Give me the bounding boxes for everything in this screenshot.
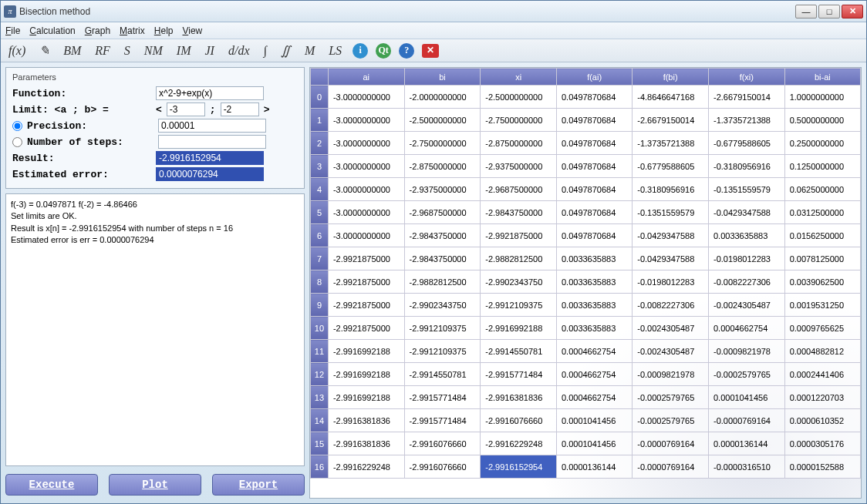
- table-cell[interactable]: 0.0497870684: [556, 178, 632, 201]
- table-cell[interactable]: 0.0039062500: [784, 270, 860, 294]
- col-header-4[interactable]: f(bi): [633, 69, 709, 86]
- table-cell[interactable]: -2.9916076660: [481, 409, 557, 432]
- col-header-0[interactable]: ai: [328, 69, 404, 86]
- table-cell[interactable]: -2.7500000000: [404, 132, 481, 155]
- table-cell[interactable]: 0.0009765625: [784, 317, 860, 340]
- titlebar[interactable]: π Bisection method — □ ✕: [1, 1, 866, 22]
- help-icon[interactable]: ?: [399, 43, 414, 59]
- execute-button[interactable]: Execute: [5, 474, 98, 496]
- table-row[interactable]: 14-2.9916381836-2.9915771484-2.991607666…: [311, 409, 861, 432]
- table-cell[interactable]: -0.3180956916: [633, 178, 709, 201]
- table-cell[interactable]: 0.0000610352: [784, 409, 860, 432]
- table-cell[interactable]: -2.9915771484: [481, 363, 557, 386]
- tool-plot-icon[interactable]: ✎: [36, 42, 52, 59]
- table-cell[interactable]: -1.3735721388: [708, 109, 784, 132]
- menu-help[interactable]: Help: [154, 25, 174, 36]
- steps-input[interactable]: [158, 135, 266, 149]
- table-cell[interactable]: -0.0082227306: [708, 270, 784, 294]
- table-cell[interactable]: 0.0004662754: [556, 340, 632, 363]
- table-cell[interactable]: -2.9916381836: [328, 409, 404, 432]
- table-cell[interactable]: -0.1351559579: [633, 201, 709, 224]
- table-cell[interactable]: -2.9916992188: [481, 317, 557, 340]
- row-header[interactable]: 15: [311, 432, 329, 455]
- table-cell[interactable]: -2.9916381836: [481, 386, 557, 409]
- table-cell[interactable]: 0.0002441406: [784, 363, 860, 386]
- table-cell[interactable]: 0.0497870684: [556, 155, 632, 178]
- table-row[interactable]: 5-3.0000000000-2.9687500000-2.9843750000…: [311, 201, 861, 224]
- table-cell[interactable]: -3.0000000000: [328, 178, 404, 201]
- table-cell[interactable]: 0.0000136144: [708, 432, 784, 455]
- table-cell[interactable]: -2.9843750000: [481, 201, 557, 224]
- table-cell[interactable]: -3.0000000000: [328, 132, 404, 155]
- precision-input[interactable]: [158, 119, 266, 133]
- table-cell[interactable]: 0.0156250000: [784, 224, 860, 247]
- table-cell[interactable]: -0.0024305487: [708, 294, 784, 317]
- table-cell[interactable]: -2.9902343750: [481, 270, 557, 294]
- stop-icon[interactable]: ✕: [422, 44, 439, 58]
- close-button[interactable]: ✕: [842, 5, 863, 18]
- table-cell[interactable]: -0.0082227306: [633, 294, 709, 317]
- table-cell[interactable]: -2.6679150014: [633, 109, 709, 132]
- tool-nm[interactable]: NM: [141, 42, 166, 59]
- table-cell[interactable]: -3.0000000000: [328, 155, 404, 178]
- col-header-2[interactable]: xi: [481, 69, 557, 86]
- row-header[interactable]: 2: [311, 132, 329, 155]
- row-header[interactable]: 12: [311, 363, 329, 386]
- maximize-button[interactable]: □: [818, 5, 840, 18]
- table-row[interactable]: 1-3.0000000000-2.5000000000-2.7500000000…: [311, 109, 861, 132]
- table-cell[interactable]: -2.8750000000: [404, 155, 481, 178]
- row-header[interactable]: 9: [311, 294, 329, 317]
- table-cell[interactable]: -3.0000000000: [328, 109, 404, 132]
- table-cell[interactable]: -2.9916992188: [328, 340, 404, 363]
- row-header[interactable]: 13: [311, 386, 329, 409]
- table-row[interactable]: 3-3.0000000000-2.8750000000-2.9375000000…: [311, 155, 861, 178]
- table-cell[interactable]: -2.9912109375: [404, 317, 481, 340]
- row-header[interactable]: 0: [311, 86, 329, 109]
- table-row[interactable]: 16-2.9916229248-2.9916076660-2.991615295…: [311, 455, 861, 479]
- tool-s[interactable]: S: [121, 42, 133, 59]
- table-cell[interactable]: 0.0004662754: [708, 317, 784, 340]
- table-cell[interactable]: 0.0497870684: [556, 109, 632, 132]
- tool-ls[interactable]: LS: [326, 42, 345, 59]
- table-cell[interactable]: -2.9916229248: [481, 432, 557, 455]
- table-cell[interactable]: -2.9882812500: [481, 247, 557, 270]
- results-table[interactable]: aibixif(ai)f(bi)f(xi)bi-ai 0-3.000000000…: [310, 68, 861, 479]
- table-row[interactable]: 2-3.0000000000-2.7500000000-2.8750000000…: [311, 132, 861, 155]
- table-cell[interactable]: 0.0001220703: [784, 386, 860, 409]
- results-table-panel[interactable]: aibixif(ai)f(bi)f(xi)bi-ai 0-3.000000000…: [309, 67, 862, 499]
- table-cell[interactable]: -2.9375000000: [481, 155, 557, 178]
- table-cell[interactable]: -0.3180956916: [708, 155, 784, 178]
- table-cell[interactable]: -2.9921875000: [328, 294, 404, 317]
- table-cell[interactable]: -0.0000769164: [708, 409, 784, 432]
- table-cell[interactable]: 0.0033635883: [556, 294, 632, 317]
- table-cell[interactable]: -0.0002579765: [633, 409, 709, 432]
- table-cell[interactable]: -2.9916229248: [328, 455, 404, 479]
- table-cell[interactable]: -3.0000000000: [328, 86, 404, 109]
- row-header[interactable]: 1: [311, 109, 329, 132]
- table-cell[interactable]: -2.6679150014: [708, 86, 784, 109]
- row-header[interactable]: 16: [311, 455, 329, 479]
- qt-icon[interactable]: Qt: [376, 43, 391, 59]
- table-cell[interactable]: -2.9916152954: [481, 455, 557, 479]
- menu-file[interactable]: File: [5, 25, 20, 36]
- table-cell[interactable]: -2.9921875000: [481, 224, 557, 247]
- table-row[interactable]: 13-2.9916992188-2.9915771484-2.991638183…: [311, 386, 861, 409]
- table-cell[interactable]: 0.0033635883: [556, 247, 632, 270]
- table-cell[interactable]: -0.0024305487: [633, 317, 709, 340]
- table-cell[interactable]: 0.0000136144: [556, 455, 632, 479]
- row-header[interactable]: 6: [311, 224, 329, 247]
- precision-radio[interactable]: [12, 121, 22, 131]
- table-cell[interactable]: -2.9921875000: [328, 247, 404, 270]
- menu-view[interactable]: View: [182, 25, 202, 36]
- table-cell[interactable]: 0.0000152588: [784, 455, 860, 479]
- row-header[interactable]: 5: [311, 201, 329, 224]
- table-cell[interactable]: 0.0625000000: [784, 178, 860, 201]
- table-cell[interactable]: -2.9916076660: [404, 455, 481, 479]
- table-cell[interactable]: -2.9921875000: [328, 270, 404, 294]
- table-cell[interactable]: 0.0033635883: [556, 270, 632, 294]
- tool-m[interactable]: M: [302, 42, 318, 59]
- table-cell[interactable]: -2.9687500000: [481, 178, 557, 201]
- table-cell[interactable]: 0.0019531250: [784, 294, 860, 317]
- table-cell[interactable]: 0.0497870684: [556, 86, 632, 109]
- table-row[interactable]: 10-2.9921875000-2.9912109375-2.991699218…: [311, 317, 861, 340]
